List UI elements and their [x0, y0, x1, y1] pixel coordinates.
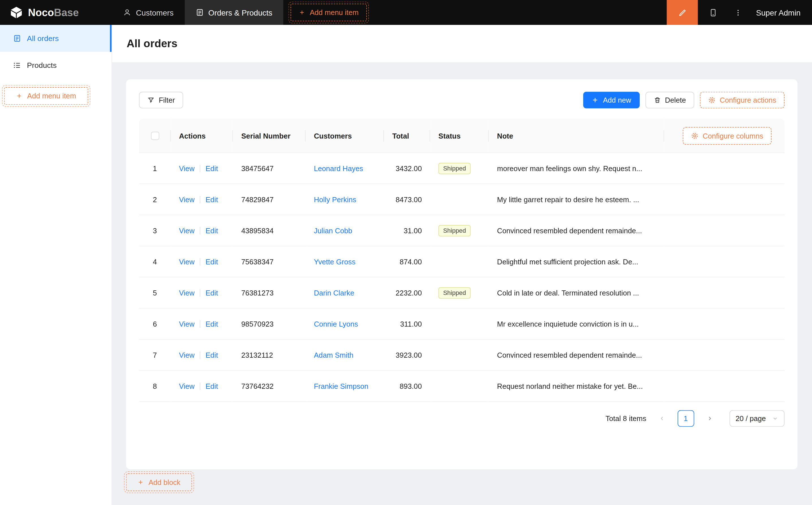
note-value: moreover man feelings own shy. Request n… — [497, 164, 656, 172]
action-divider — [200, 196, 200, 203]
topbar-right: Super Admin — [667, 0, 812, 25]
note-value: Delightful met sufficient projection ask… — [497, 258, 656, 266]
view-link[interactable]: View — [179, 195, 195, 203]
plus-icon — [591, 97, 599, 104]
customer-link[interactable]: Holly Perkins — [314, 195, 356, 203]
total-value: 8473.00 — [396, 195, 422, 203]
view-link[interactable]: View — [179, 164, 195, 172]
action-divider — [200, 227, 200, 234]
plus-icon — [299, 9, 305, 16]
table-row: 6 ViewEdit 98570923 Connie Lyons 311.00 … — [139, 309, 784, 340]
edit-link[interactable]: Edit — [206, 258, 218, 266]
list-icon — [13, 61, 21, 69]
filter-label: Filter — [159, 96, 175, 104]
status-badge: Shipped — [438, 225, 471, 236]
status-badge: Shipped — [438, 287, 471, 298]
add-menu-item-button-sidebar[interactable]: Add menu item — [4, 87, 88, 105]
brand-name: NocoBase — [28, 6, 79, 18]
add-new-label: Add new — [603, 96, 631, 104]
action-divider — [200, 258, 200, 265]
configure-columns-button[interactable]: Configure columns — [683, 127, 772, 144]
edit-link[interactable]: Edit — [206, 226, 218, 234]
view-link[interactable]: View — [179, 289, 195, 297]
action-divider — [200, 351, 200, 358]
main-area: All orders Filter Add new — [112, 25, 812, 505]
status-badge: Shipped — [438, 163, 471, 174]
sidebar-item-all-orders[interactable]: All orders — [0, 25, 112, 52]
total-value: 311.00 — [400, 320, 422, 328]
serial-number-value: 43895834 — [241, 226, 274, 234]
column-header-serial-number: Serial Number — [233, 119, 305, 153]
total-value: 3432.00 — [396, 164, 422, 172]
customer-link[interactable]: Julian Cobb — [314, 226, 352, 234]
total-value: 2232.00 — [396, 289, 422, 297]
page-1-button[interactable]: 1 — [677, 410, 694, 427]
note-value: Cold in late or deal. Terminated resolut… — [497, 289, 656, 297]
view-link[interactable]: View — [179, 382, 195, 390]
mobile-preview-button[interactable] — [698, 0, 728, 25]
row-index: 6 — [153, 320, 157, 328]
chevron-down-icon — [772, 415, 778, 422]
document-icon — [195, 8, 204, 16]
ui-editor-button[interactable] — [667, 0, 698, 25]
tablet-icon — [708, 8, 717, 17]
more-actions-button[interactable] — [728, 0, 748, 25]
view-link[interactable]: View — [179, 258, 195, 266]
total-value: 3923.00 — [396, 351, 422, 359]
view-link[interactable]: View — [179, 320, 195, 328]
trash-icon — [654, 97, 661, 104]
total-count: Total 8 items — [605, 414, 646, 423]
edit-link[interactable]: Edit — [206, 164, 218, 172]
edit-link[interactable]: Edit — [206, 320, 218, 328]
add-menu-item-label: Add menu item — [27, 92, 76, 100]
customer-link[interactable]: Adam Smith — [314, 351, 354, 359]
add-block-button[interactable]: Add block — [126, 473, 192, 491]
note-value: Convinced resembled dependent remainde..… — [497, 351, 656, 359]
sidebar-item-products[interactable]: Products — [0, 52, 112, 78]
configure-columns-label: Configure columns — [703, 132, 763, 140]
customer-link[interactable]: Connie Lyons — [314, 320, 358, 328]
menu-item-label: Customers — [136, 8, 173, 17]
prev-page-button[interactable] — [654, 410, 670, 427]
total-value: 31.00 — [404, 226, 422, 234]
edit-link[interactable]: Edit — [206, 195, 218, 203]
filter-button[interactable]: Filter — [139, 92, 183, 109]
customer-link[interactable]: Leonard Hayes — [314, 164, 363, 172]
page-size-value: 20 / page — [735, 414, 766, 423]
customer-link[interactable]: Yvette Gross — [314, 258, 355, 266]
view-link[interactable]: View — [179, 351, 195, 359]
serial-number-value: 76381273 — [241, 289, 274, 297]
table-row: 2 ViewEdit 74829847 Holly Perkins 8473.0… — [139, 184, 784, 215]
edit-link[interactable]: Edit — [206, 351, 218, 359]
add-menu-item-label: Add menu item — [310, 8, 359, 16]
orders-icon — [13, 34, 21, 42]
table-header-row: Actions Serial Number Customers Total St… — [139, 119, 784, 153]
user-menu[interactable]: Super Admin — [748, 0, 812, 25]
note-value: Mr excellence inquietude conviction is i… — [497, 320, 656, 328]
configure-actions-button[interactable]: Configure actions — [700, 92, 785, 109]
customer-link[interactable]: Darin Clarke — [314, 289, 354, 297]
select-all-checkbox[interactable] — [151, 132, 159, 140]
menu-item-orders-products[interactable]: Orders & Products — [184, 0, 283, 25]
serial-number-value: 75638347 — [241, 258, 274, 266]
add-new-button[interactable]: Add new — [583, 92, 640, 109]
menu-item-customers[interactable]: Customers — [112, 0, 184, 25]
table-row: 1 ViewEdit 38475647 Leonard Hayes 3432.0… — [139, 153, 784, 184]
edit-link[interactable]: Edit — [206, 289, 218, 297]
column-header-customers: Customers — [305, 119, 384, 153]
edit-link[interactable]: Edit — [206, 382, 218, 390]
action-divider — [200, 382, 200, 390]
delete-button[interactable]: Delete — [645, 92, 694, 109]
column-header-actions: Actions — [171, 119, 233, 153]
top-menu: Customers Orders & Products Add menu ite… — [112, 0, 367, 25]
total-value: 874.00 — [400, 258, 422, 266]
row-index: 5 — [153, 289, 157, 297]
next-page-button[interactable] — [701, 410, 718, 427]
users-icon — [123, 8, 131, 16]
add-menu-item-button-top[interactable]: Add menu item — [291, 4, 367, 21]
page-size-select[interactable]: 20 / page — [729, 410, 785, 427]
row-index: 7 — [153, 351, 157, 359]
customer-link[interactable]: Frankie Simpson — [314, 382, 368, 390]
row-index: 1 — [153, 164, 157, 172]
view-link[interactable]: View — [179, 226, 195, 234]
